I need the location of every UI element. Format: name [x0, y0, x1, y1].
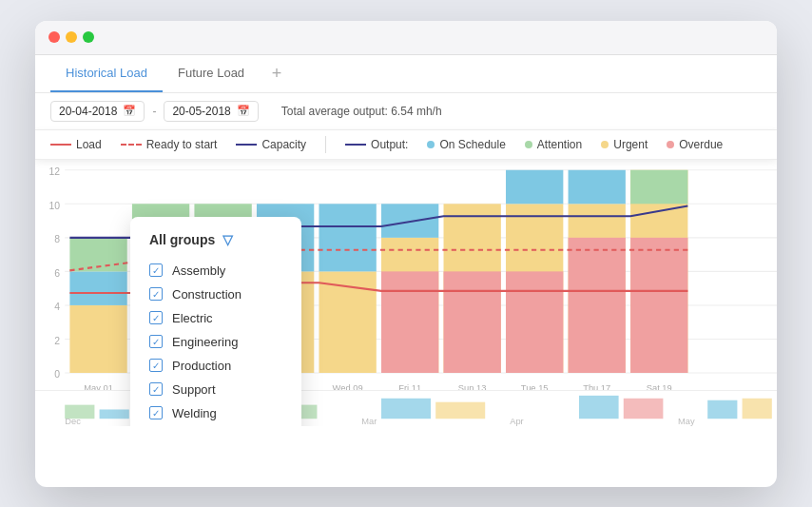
list-item-support[interactable]: ✓ Support — [149, 378, 282, 401]
bar-overdue-6 — [381, 271, 438, 373]
svg-text:2: 2 — [54, 334, 60, 345]
add-tab-button[interactable]: + — [263, 60, 290, 87]
checkbox-engineering[interactable]: ✓ — [149, 335, 163, 348]
legend-overdue: Overdue — [667, 138, 723, 151]
svg-text:6: 6 — [54, 266, 60, 278]
urgent-dot-icon — [601, 141, 609, 148]
avg-output-label: Total average output: 6.54 mh/h — [281, 105, 442, 118]
tab-future-load[interactable]: Future Load — [163, 54, 260, 92]
on-schedule-dot-icon — [427, 141, 435, 148]
svg-text:Apr: Apr — [510, 417, 524, 426]
svg-text:12: 12 — [48, 165, 60, 176]
svg-rect-31 — [579, 395, 619, 418]
traffic-lights — [48, 31, 94, 43]
legend-on-schedule: On Schedule — [427, 138, 505, 151]
legend-output-label: Output: — [345, 138, 408, 151]
output-line-icon — [345, 144, 366, 146]
bar-urgent-1 — [69, 304, 126, 372]
svg-text:Dec: Dec — [65, 417, 81, 426]
calendar-icon-from: 📅 — [123, 105, 136, 117]
svg-text:0: 0 — [54, 368, 60, 380]
checkbox-production[interactable]: ✓ — [149, 359, 163, 372]
legend-separator — [325, 136, 326, 153]
list-item-construction[interactable]: ✓ Construction — [149, 283, 282, 306]
attention-dot-icon — [525, 141, 532, 148]
svg-text:4: 4 — [54, 301, 60, 312]
chart-area: 0 2 4 6 8 10 12 — [35, 160, 777, 426]
checkbox-welding[interactable]: ✓ — [149, 406, 163, 419]
svg-text:May: May — [678, 417, 695, 426]
list-item-engineering[interactable]: ✓ Engineering — [149, 330, 282, 354]
svg-rect-30 — [435, 401, 485, 419]
bar-schedule-1 — [69, 271, 126, 305]
bar-schedule-9 — [569, 169, 626, 204]
list-item-welding[interactable]: ✓ Welding — [149, 401, 282, 425]
tabs-bar: Historical Load Future Load + — [35, 55, 777, 93]
filter-icon[interactable]: ▽ — [222, 232, 233, 247]
bar-schedule-8 — [506, 169, 563, 204]
load-line-icon — [50, 144, 71, 146]
svg-rect-33 — [707, 400, 737, 418]
checkbox-construction[interactable]: ✓ — [149, 287, 163, 301]
bar-overdue-8 — [506, 271, 563, 373]
title-bar — [35, 21, 777, 55]
svg-text:8: 8 — [54, 233, 60, 244]
svg-rect-29 — [381, 398, 431, 418]
bar-overdue-9 — [569, 237, 626, 372]
ready-line-icon — [121, 144, 142, 146]
svg-text:Mar: Mar — [361, 417, 377, 426]
date-separator: - — [152, 105, 156, 118]
list-item-uclt[interactable]: ✓ UCLT — [149, 425, 282, 426]
svg-text:10: 10 — [48, 199, 60, 210]
maximize-button[interactable] — [83, 31, 94, 43]
svg-rect-25 — [100, 409, 129, 419]
dropdown-header: All groups ▽ — [149, 232, 282, 247]
svg-rect-34 — [743, 398, 772, 418]
list-item-electric[interactable]: ✓ Electric — [149, 306, 282, 330]
date-bar: 20-04-2018 📅 - 20-05-2018 📅 Total averag… — [35, 93, 777, 130]
groups-dropdown: All groups ▽ ✓ Assembly ✓ Construction ✓… — [130, 217, 301, 426]
legend-bar: Load Ready to start Capacity Output: On … — [35, 130, 777, 160]
close-button[interactable] — [48, 31, 60, 43]
legend-attention: Attention — [525, 138, 582, 151]
bar-overdue-10 — [630, 237, 687, 372]
legend-capacity: Capacity — [236, 138, 306, 151]
svg-rect-32 — [624, 398, 664, 418]
date-from-input[interactable]: 20-04-2018 📅 — [50, 101, 145, 122]
main-window: Historical Load Future Load + 20-04-2018… — [35, 21, 777, 487]
legend-ready-to-start: Ready to start — [121, 138, 218, 151]
checkbox-electric[interactable]: ✓ — [149, 311, 163, 324]
bar-overdue-7 — [444, 271, 501, 373]
capacity-line-icon — [236, 144, 257, 146]
overdue-dot-icon — [667, 141, 674, 148]
legend-load: Load — [50, 138, 102, 151]
minimize-button[interactable] — [66, 31, 77, 43]
checkbox-assembly[interactable]: ✓ — [149, 263, 163, 277]
bar-schedule-5 — [319, 204, 376, 271]
list-item-assembly[interactable]: ✓ Assembly — [149, 259, 282, 283]
checkbox-support[interactable]: ✓ — [149, 382, 163, 396]
bar-attention-10 — [630, 169, 687, 204]
date-to-input[interactable]: 20-05-2018 📅 — [164, 101, 258, 122]
tab-historical-load[interactable]: Historical Load — [50, 54, 163, 92]
list-item-production[interactable]: ✓ Production — [149, 354, 282, 378]
calendar-icon-to: 📅 — [237, 105, 250, 117]
legend-urgent: Urgent — [601, 138, 648, 151]
